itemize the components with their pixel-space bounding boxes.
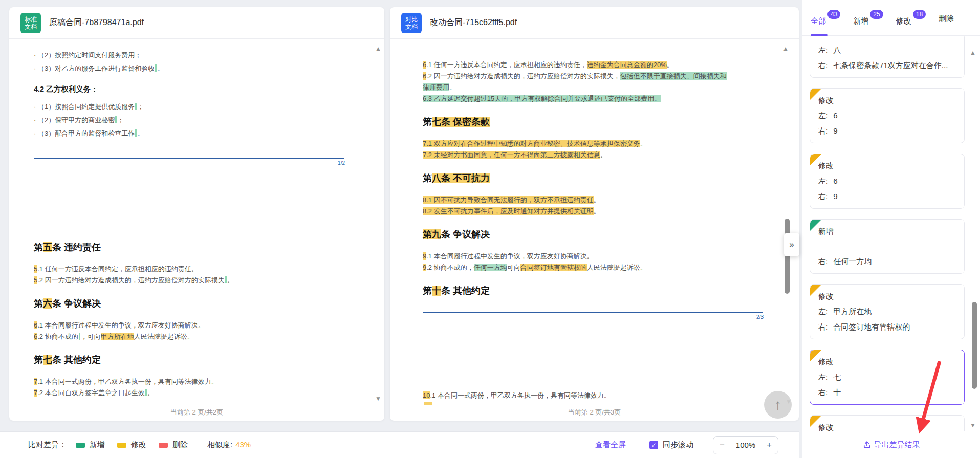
diff-card[interactable]: 修改左:甲方所在地右:合同签订地有管辖权的 (810, 284, 965, 339)
diff-highlight: 8.2 发生不可抗力事件后，应及时通知对方并提供相关证明 (423, 207, 594, 215)
doc-line: 8.2 发生不可抗力事件后，应及时通知对方并提供相关证明。 (423, 206, 763, 217)
diff-value: 合同签订地有管辖权的 (833, 322, 910, 331)
legend-label: 新增 (90, 440, 105, 450)
doc-gap (423, 39, 763, 59)
scroll-up-icon[interactable]: ▲ (375, 45, 381, 52)
doc-text: 。 (594, 207, 600, 215)
tab-删除[interactable]: 删除 (939, 14, 954, 35)
doc-line: 6.1 本合同履行过程中发生的争议，双方应友好协商解决。 (34, 320, 344, 331)
zoom-out-button[interactable]: − (713, 437, 731, 454)
zoom-in-button[interactable]: + (760, 437, 778, 454)
standard-doc-panel: 标准 文档 原稿合同-7b8798471a.pdf · （2）按照约定时间支付服… (9, 7, 384, 421)
diff-type-flag-icon (810, 89, 821, 100)
diff-card[interactable]: 修改左:七右:十 (810, 350, 965, 405)
diff-card[interactable]: 左:八右:七条保密条款71双方应对在合作... (810, 36, 965, 78)
zoom-stepper: − 100% + (713, 436, 778, 454)
diff-highlight: 任何一方均 (474, 264, 507, 271)
sync-scroll-control: ✓ 同步滚动 (649, 440, 693, 450)
diff-results-panel: 全部43新增25修改18删除 左:八右:七条保密条款71双方应对在合作...修改… (802, 0, 980, 458)
doc-heading: 第五条 违约责任 (34, 241, 344, 254)
collapse-diff-panel-button[interactable]: » (784, 233, 799, 256)
diff-side-label: 左: (818, 46, 828, 54)
export-diff-button[interactable]: 导出差异结果 (860, 440, 923, 450)
diff-card-row: 右:任何一方均 (818, 256, 957, 267)
doc-text: · （1）按照合同约定提供优质服务 (34, 103, 135, 111)
diff-card[interactable]: 新增右:任何一方均 (810, 219, 965, 274)
standard-doc-title: 原稿合同-7b8798471a.pdf (49, 17, 144, 28)
doc-text: · （3）配合甲方的监督和检查工作 (34, 129, 135, 137)
diff-side-label: 右: (818, 388, 828, 397)
doc-text: .2 因一方违约给对方造成损失的，违约方应赔偿对方的实际损失， (426, 72, 620, 80)
diff-card[interactable]: 修改左:6右:9 (810, 88, 965, 143)
tab-新增[interactable]: 新增25 (853, 14, 883, 35)
export-diff-label: 导出差异结果 (874, 440, 920, 450)
page-number-label: 2/3 (756, 314, 764, 320)
scroll-down-icon[interactable]: ▼ (970, 422, 976, 429)
diff-legend: 新增修改删除 (76, 440, 188, 450)
doc-line: 6.1 任何一方违反本合同约定，应承担相应的违约责任，违约金为合同总金额的20%… (423, 59, 763, 71)
doc-text: 第 (423, 117, 432, 127)
doc-line: 6.3 乙方延迟交付超过15天的，甲方有权解除合同并要求退还已支付的全部费用。 (423, 93, 763, 104)
zoom-level-value: 100% (731, 441, 760, 449)
bottom-toolbar: 比对差异： 新增修改删除 相似度:43% 查看全屏 ✓ 同步滚动 − 100% … (0, 431, 799, 458)
sync-scroll-checkbox[interactable]: ✓ (649, 441, 658, 449)
doc-line: 7.1 双方应对在合作过程中知悉的对方商业秘密、技术信息等承担保密义务。 (423, 138, 763, 149)
doc-line: 律师费用。 (423, 82, 763, 93)
doc-text: ； (117, 116, 124, 124)
doc-text: 。 (449, 83, 456, 91)
doc-text: .2 本合同自双方签字盖章之日起生效 (37, 389, 144, 397)
doc-text: .2 协商不成的， (426, 264, 473, 271)
tab-修改[interactable]: 修改18 (896, 14, 926, 35)
legend-swatch (76, 443, 85, 448)
compare-doc-panel: 对比 文档 改动合同-715c62fff5.pdf 6.1 任何一方违反本合同约… (390, 7, 799, 421)
doc-line: 5.1 任何一方违反本合同约定，应承担相应的违约责任。 (34, 264, 344, 275)
doc-text: 第 (423, 286, 432, 296)
diff-type-flag-icon (810, 285, 821, 296)
scroll-down-icon[interactable]: ▼ (375, 395, 381, 402)
doc-text: 。 (594, 196, 600, 204)
diff-side-label: 右: (818, 322, 828, 331)
diff-card-list[interactable]: 左:八右:七条保密条款71双方应对在合作...修改左:6右:9修改左:6右:9新… (802, 36, 980, 431)
legend-item-新增: 新增 (76, 440, 105, 450)
compare-doc-viewport[interactable]: 6.1 任何一方违反本合同约定，应承担相应的违约责任，违约金为合同总金额的20%… (390, 39, 799, 405)
diff-highlight: 6.3 乙方延迟交付超过15天的，甲方有权解除合同并要求退还已支付的全部费用。 (423, 95, 661, 102)
doc-text: 条 争议解决 (441, 229, 490, 239)
diff-highlight: 八条 不可抗力 (432, 173, 490, 183)
similarity-value: 43% (235, 440, 251, 449)
diff-highlight: 十 (432, 286, 441, 296)
doc-text: 第 (34, 242, 43, 252)
scroll-up-icon[interactable]: ▲ (970, 49, 976, 56)
diff-type-label: 修改 (818, 422, 957, 431)
doc-text: 第 (34, 298, 43, 309)
doc-text: .2 协商不成的 (37, 333, 78, 340)
doc-text: 。 (640, 140, 647, 147)
standard-doc-viewport[interactable]: · （2）按照约定时间支付服务费用；· （3）对乙方的服务工作进行监督和验收。4… (9, 39, 384, 405)
doc-line: 5.2 因一方违约给对方造成损失的，违约方应赔偿对方的实际损失。 (34, 275, 344, 286)
doc-text: 条 其他约定 (52, 355, 101, 365)
fullscreen-button[interactable]: 查看全屏 (595, 440, 626, 450)
diff-highlight: 合同签订地有管辖权的 (520, 264, 587, 271)
scroll-up-icon[interactable]: ▲ (782, 45, 789, 52)
diff-side-label: 左: (818, 373, 828, 381)
doc-text: 第 (34, 355, 43, 365)
doc-line: · （2）按照约定时间支付服务费用； (34, 50, 344, 61)
doc-text: 条 其他约定 (441, 286, 490, 296)
doc-line: · （1）按照合同约定提供优质服务； (34, 101, 344, 113)
diff-card[interactable]: 修改左:7右:2310 (810, 415, 965, 431)
scrollbar-thumb[interactable] (972, 302, 977, 389)
diff-card[interactable]: 修改左:6右:9 (810, 154, 965, 209)
diff-value: 八 (833, 46, 841, 54)
doc-text: .2 因一方违约给对方造成损失的，违约方应赔偿对方的实际损失 (37, 276, 224, 284)
diff-highlight: 违约金为合同总金额的20% (587, 61, 667, 69)
badge-text: 对比 (405, 16, 418, 23)
badge-text: 文档 (405, 23, 418, 30)
badge-text: 文档 (25, 23, 37, 30)
back-to-top-button[interactable]: ↑ (764, 391, 792, 419)
doc-line: 8.1 因不可抗力导致合同无法履行的，双方不承担违约责任。 (423, 194, 763, 206)
doc-heading: 4.2 乙方权利义务： (34, 84, 344, 94)
diff-type-label: 修改 (818, 95, 957, 105)
tab-全部[interactable]: 全部43 (811, 14, 840, 35)
diff-highlight: 七条 保密条款 (432, 117, 490, 127)
doc-text: · （2）保守甲方的商业秘密 (34, 116, 115, 124)
diff-side-label: 右: (818, 126, 828, 135)
